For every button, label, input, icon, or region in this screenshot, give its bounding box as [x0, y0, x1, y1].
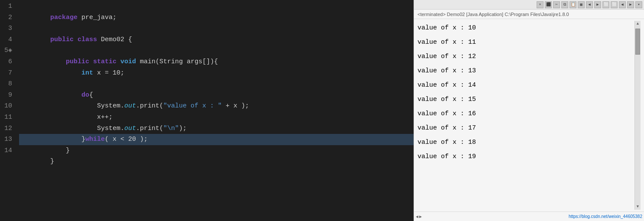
bottom-link[interactable]: https://blog.csdn.net/weixin_44605382 — [569, 214, 642, 219]
cut-btn[interactable]: ✂ — [553, 1, 560, 8]
stop-btn[interactable]: ⬛ — [545, 1, 552, 8]
line-num-12: 12 — [0, 123, 12, 134]
output-line-9: value of x : 18 — [417, 135, 634, 150]
code-area: 1 2 3 4 5◈ 6 7 8 9 10 11 12 13 14 packag… — [0, 0, 414, 221]
bottom-right-arrow[interactable]: ▶ — [419, 214, 422, 219]
line-num-10: 10 — [0, 101, 12, 112]
output-scrollable: value of x : 10 value of x : 11 value of… — [417, 21, 634, 210]
editor-panel: 1 2 3 4 5◈ 6 7 8 9 10 11 12 13 14 packag… — [0, 0, 414, 221]
line-num-6: 6 — [0, 56, 12, 68]
stats-btn[interactable]: ▦ — [578, 1, 585, 8]
bottom-scroll-arrows: ◀ ▶ — [416, 214, 422, 219]
console-scrollbar[interactable]: ▲ ▼ — [634, 21, 641, 210]
menu-btn[interactable]: ▾ — [635, 1, 642, 8]
line-num-14: 14 — [0, 145, 12, 156]
code-line-1: package pre_java; — [19, 1, 414, 12]
line-num-3: 3 — [0, 23, 12, 34]
line-num-4: 4 — [0, 34, 12, 46]
console-output[interactable]: value of x : 10 value of x : 11 value of… — [414, 19, 644, 211]
output-line-8: value of x : 17 — [417, 121, 634, 135]
nav-left-btn[interactable]: ◀ — [586, 1, 593, 8]
output-line-1: value of x : 10 — [417, 21, 634, 35]
output-line-6: value of x : 15 — [417, 92, 634, 107]
scrollbar-track[interactable] — [635, 27, 641, 204]
line-num-11: 11 — [0, 112, 12, 123]
line-num-7: 7 — [0, 68, 12, 79]
console-panel: × ⬛ ✂ ⧉ 📋 ▦ ◀ ▶ ⬜ ⬜ ◀ ▶ ▾ <terminated> D… — [414, 0, 644, 221]
output-line-10: value of x : 19 — [417, 150, 634, 164]
output-line-7: value of x : 16 — [417, 107, 634, 121]
code-line-14: } — [19, 145, 414, 156]
bottom-left-arrow[interactable]: ◀ — [416, 214, 418, 219]
console-header-text: <terminated> Demo02 [Java Application] C… — [417, 12, 569, 17]
console-bottom-bar: ◀ ▶ https://blog.csdn.net/weixin_4460538… — [414, 211, 644, 221]
line-num-13: 13 — [0, 134, 12, 145]
pin-btn[interactable]: ⬜ — [602, 1, 609, 8]
view-btn[interactable]: ⬜ — [611, 1, 618, 8]
output-line-4: value of x : 13 — [417, 64, 634, 78]
scroll-down-arrow[interactable]: ▼ — [636, 204, 640, 210]
nav-right-btn[interactable]: ▶ — [594, 1, 601, 8]
code-line-5: public static void main(String args[]){ — [19, 45, 414, 56]
code-line-3: public class Demo02 { — [19, 23, 414, 34]
copy-btn[interactable]: ⧉ — [561, 1, 568, 8]
console-toolbar: × ⬛ ✂ ⧉ 📋 ▦ ◀ ▶ ⬜ ⬜ ◀ ▶ ▾ — [414, 0, 644, 10]
output-line-3: value of x : 12 — [417, 49, 634, 64]
line-numbers: 1 2 3 4 5◈ 6 7 8 9 10 11 12 13 14 — [0, 0, 16, 221]
scrollbar-thumb[interactable] — [635, 29, 640, 55]
line-num-5: 5◈ — [0, 45, 12, 56]
console-header: <terminated> Demo02 [Java Application] C… — [414, 10, 644, 19]
terminate-btn[interactable]: × — [537, 1, 544, 8]
output-line-5: value of x : 14 — [417, 78, 634, 92]
line-num-2: 2 — [0, 12, 12, 23]
fwd-btn[interactable]: ▶ — [627, 1, 634, 8]
code-line-8: do{ — [19, 78, 414, 90]
output-line-2: value of x : 11 — [417, 35, 634, 49]
line-num-8: 8 — [0, 78, 12, 90]
scroll-up-arrow[interactable]: ▲ — [636, 21, 640, 27]
line-num-1: 1 — [0, 1, 12, 12]
code-content[interactable]: package pre_java; public class Demo02 { … — [16, 0, 414, 221]
back-btn[interactable]: ◀ — [619, 1, 626, 8]
line-num-9: 9 — [0, 90, 12, 101]
paste-btn[interactable]: 📋 — [570, 1, 576, 8]
